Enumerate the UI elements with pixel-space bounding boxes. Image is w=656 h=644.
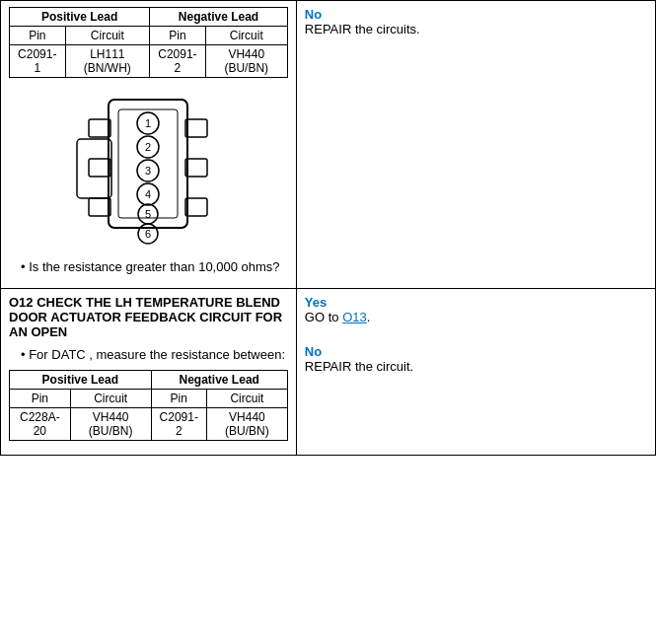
col-neg-pin: Pin (150, 27, 206, 45)
svg-text:2: 2 (145, 141, 151, 153)
svg-rect-4 (185, 119, 207, 137)
lead-table-1: Positive Lead Negative Lead Pin Circuit … (9, 7, 288, 78)
no-text-1: No (305, 7, 322, 22)
row2-pos-circuit: VH440 (BU/BN) (70, 408, 151, 441)
svg-rect-6 (185, 198, 207, 216)
svg-text:5: 5 (145, 208, 151, 220)
col2-pos-circuit: Circuit (70, 390, 151, 408)
svg-rect-3 (89, 198, 110, 216)
col2-pos-pin: Pin (10, 390, 71, 408)
svg-text:6: 6 (145, 228, 151, 240)
connector-diagram: 1 2 3 4 5 6 (9, 90, 288, 248)
svg-text:3: 3 (145, 165, 151, 177)
connector-svg: 1 2 3 4 5 6 (69, 90, 227, 248)
no-label-2: No (305, 344, 647, 359)
go-to-line: GO to O13. (305, 310, 647, 324)
col-neg-circuit: Circuit (205, 27, 287, 45)
repair-text-2: REPAIR the circuit. (305, 359, 647, 374)
col-pos-pin: Pin (10, 27, 66, 45)
col-pos-circuit: Circuit (65, 27, 150, 45)
row2-neg-pin: C2091-2 (151, 408, 206, 441)
yes-answer-block: Yes GO to O13. (305, 295, 647, 324)
row1-pos-circuit: LH111 (BN/WH) (65, 45, 150, 78)
question-1: Is the resistance greater than 10,000 oh… (21, 259, 288, 274)
negative-lead-header-2: Negative Lead (151, 371, 287, 390)
left-top-cell: Positive Lead Negative Lead Pin Circuit … (1, 1, 297, 289)
no-text-2: No (305, 344, 322, 359)
positive-lead-header: Positive Lead (10, 8, 150, 27)
yes-text: Yes (305, 295, 327, 310)
no-label-1: No (305, 7, 647, 22)
section2-title: O12 CHECK THE LH TEMPERATURE BLEND DOOR … (9, 295, 288, 339)
col2-neg-circuit: Circuit (206, 390, 287, 408)
svg-rect-5 (185, 159, 207, 177)
left-bottom-cell: O12 CHECK THE LH TEMPERATURE BLEND DOOR … (1, 289, 297, 456)
row1-neg-pin: C2091-2 (150, 45, 206, 78)
negative-lead-header: Negative Lead (150, 8, 288, 27)
svg-rect-1 (89, 119, 110, 137)
no-answer-block-2: No REPAIR the circuit. (305, 344, 647, 374)
col2-neg-pin: Pin (151, 390, 206, 408)
o13-link[interactable]: O13 (342, 310, 367, 324)
section2-bullet: For DATC , measure the resistance betwee… (21, 347, 288, 362)
row2-neg-circuit: VH440 (BU/BN) (206, 408, 287, 441)
row1-neg-circuit: VH440 (BU/BN) (205, 45, 287, 78)
svg-text:4: 4 (145, 188, 151, 200)
go-to-label: GO to (305, 310, 339, 324)
right-top-cell: No REPAIR the circuits. (296, 1, 655, 289)
row2-pos-pin: C228A-20 (10, 408, 71, 441)
go-to-period: . (367, 310, 371, 324)
main-layout-table: Positive Lead Negative Lead Pin Circuit … (0, 0, 656, 456)
svg-text:1: 1 (145, 117, 151, 129)
svg-rect-2 (89, 159, 110, 177)
lead-table-2: Positive Lead Negative Lead Pin Circuit … (9, 370, 288, 441)
row1-pos-pin: C2091-1 (10, 45, 66, 78)
no-answer-block-1: No REPAIR the circuits. (305, 7, 647, 36)
positive-lead-header-2: Positive Lead (10, 371, 152, 390)
yes-label: Yes (305, 295, 647, 310)
repair-text-1: REPAIR the circuits. (305, 22, 647, 36)
right-bottom-cell: Yes GO to O13. No REPAIR the circuit. (296, 289, 655, 456)
svg-rect-8 (77, 139, 111, 198)
